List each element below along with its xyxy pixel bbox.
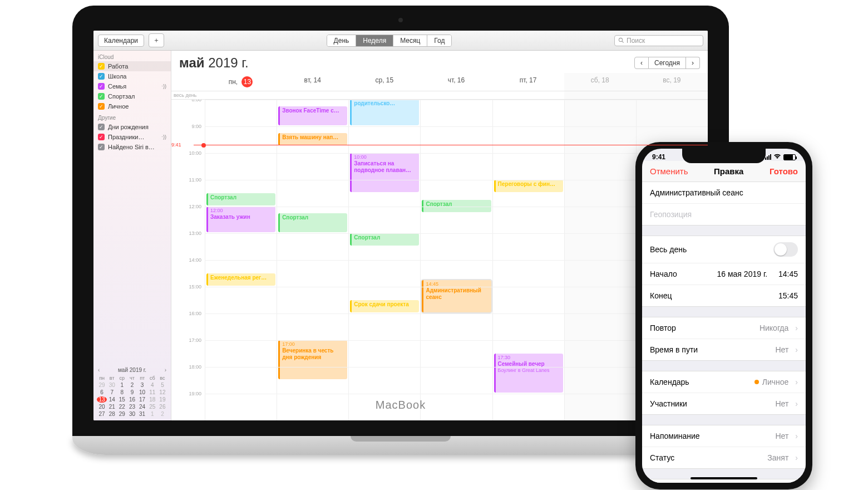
mini-day[interactable]: 13 <box>97 396 107 403</box>
mini-day[interactable]: 23 <box>127 404 137 410</box>
day-header[interactable]: чт, 16 <box>420 73 492 91</box>
mini-day[interactable]: 10 <box>137 389 147 395</box>
search-field[interactable]: Поиск <box>614 35 703 46</box>
repeat-row[interactable]: Повтор Никогда› <box>642 317 806 339</box>
calendar-event[interactable]: Срок сдачи проекта <box>350 300 419 312</box>
mini-day[interactable]: 8 <box>117 389 127 395</box>
view-tab-День[interactable]: День <box>327 35 357 46</box>
calendar-row[interactable]: Календарь Личное› <box>642 371 806 393</box>
calendar-list-item[interactable]: ✓Найдено Siri в… <box>93 142 171 152</box>
invitees-row[interactable]: Участники Нет› <box>642 393 806 414</box>
mini-day[interactable]: 25 <box>147 404 157 410</box>
mini-day[interactable]: 29 <box>117 411 127 417</box>
calendar-checkbox[interactable]: ✓ <box>98 103 105 110</box>
mini-day[interactable]: 1 <box>117 382 127 388</box>
calendar-event[interactable]: Спортзал <box>278 213 347 232</box>
url-field[interactable]: URL <box>642 479 806 483</box>
mini-day[interactable]: 20 <box>97 404 107 410</box>
mini-day[interactable]: 21 <box>107 404 117 410</box>
calendar-list-item[interactable]: ✓Праздники…⋅)) <box>93 132 171 142</box>
mini-day[interactable]: 4 <box>147 382 157 388</box>
calendar-checkbox[interactable]: ✓ <box>98 134 105 140</box>
day-header[interactable]: вс, 19 <box>636 73 708 91</box>
mini-day[interactable]: 3 <box>137 382 147 388</box>
calendar-list-item[interactable]: ✓Личное <box>93 101 171 111</box>
mini-calendar[interactable]: ‹ май 2019 г. › пнвтсрчтптсбвс2930123456… <box>93 364 171 420</box>
mini-day[interactable]: 9 <box>127 389 137 395</box>
mini-day[interactable]: 7 <box>107 389 117 395</box>
allday-row[interactable]: Весь день <box>642 236 806 263</box>
day-header[interactable]: вт, 14 <box>277 73 348 91</box>
day-header[interactable]: пт, 17 <box>492 73 564 91</box>
mini-day[interactable]: 12 <box>157 389 167 395</box>
start-row[interactable]: Начало 16 мая 2019 г. 14:45 <box>642 263 806 285</box>
end-row[interactable]: Конец 15:45 <box>642 285 806 306</box>
mini-day[interactable]: 30 <box>107 382 117 388</box>
alert-row[interactable]: Напоминание Нет› <box>642 425 806 447</box>
mini-day[interactable]: 31 <box>137 411 147 417</box>
calendar-event[interactable]: Звонок FaceTime с… <box>278 106 347 125</box>
mini-day[interactable]: 26 <box>157 404 167 410</box>
add-button[interactable]: ＋ <box>149 33 164 47</box>
mini-day[interactable]: 5 <box>157 382 167 388</box>
week-grid[interactable]: 8:009:0010:0011:0012:0013:0014:0015:0016… <box>171 100 708 420</box>
calendar-event[interactable]: Переговоры с фин… <box>494 180 563 192</box>
calendar-checkbox[interactable]: ✓ <box>98 63 105 70</box>
event-title-field[interactable]: Административный сеанс <box>642 182 806 204</box>
calendar-event[interactable]: 7:30Собрание родительско… <box>350 100 419 125</box>
mini-day[interactable]: 18 <box>147 396 157 403</box>
mini-day[interactable]: 17 <box>137 396 147 403</box>
prev-week-button[interactable]: ‹ <box>634 57 649 69</box>
day-header[interactable]: пн, 13 <box>205 73 277 91</box>
calendar-list-item[interactable]: ✓Школа <box>93 71 171 81</box>
calendar-event[interactable]: 17:30Семейный вечерБоулинг в Great Lanes <box>494 354 563 393</box>
location-field[interactable]: Геопозиция <box>642 204 806 225</box>
calendar-event[interactable]: 10:00Записаться на подводное плаван… <box>350 153 419 192</box>
showas-row[interactable]: Статус Занят› <box>642 447 806 468</box>
home-indicator[interactable] <box>691 477 757 479</box>
view-tab-Год[interactable]: Год <box>427 35 451 46</box>
mini-day[interactable]: 27 <box>97 411 107 417</box>
mini-day[interactable]: 28 <box>107 411 117 417</box>
calendar-event[interactable]: Взять машину нап… <box>278 133 347 145</box>
calendar-checkbox[interactable]: ✓ <box>98 83 105 90</box>
calendar-event[interactable]: Спортзал <box>422 200 491 212</box>
view-tab-Месяц[interactable]: Месяц <box>393 35 427 46</box>
calendar-event[interactable]: Спортзал <box>206 193 275 205</box>
calendar-event[interactable]: 12:00Заказать ужин <box>206 207 275 232</box>
cancel-button[interactable]: Отменить <box>650 166 688 176</box>
mini-day[interactable]: 16 <box>127 396 137 403</box>
travel-row[interactable]: Время в пути Нет› <box>642 339 806 360</box>
mini-prev-button[interactable]: ‹ <box>98 367 100 373</box>
calendar-list-item[interactable]: ✓Семья⋅)) <box>93 81 171 91</box>
mini-day[interactable]: 30 <box>127 411 137 417</box>
mini-day[interactable]: 22 <box>117 404 127 410</box>
calendar-event[interactable]: 17:00Вечеринка в честь дня рождения <box>278 340 347 379</box>
mini-day[interactable]: 2 <box>157 411 167 417</box>
calendar-checkbox[interactable]: ✓ <box>98 124 105 130</box>
mini-day[interactable]: 24 <box>137 404 147 410</box>
mini-day[interactable]: 2 <box>127 382 137 388</box>
view-tab-Неделя[interactable]: Неделя <box>356 35 393 46</box>
calendar-event[interactable]: Еженедельная рег… <box>206 273 275 286</box>
mini-day[interactable]: 11 <box>147 389 157 395</box>
calendar-checkbox[interactable]: ✓ <box>98 73 105 80</box>
next-week-button[interactable]: › <box>686 57 700 69</box>
mini-day[interactable]: 1 <box>147 411 157 417</box>
mini-next-button[interactable]: › <box>165 367 166 373</box>
calendar-list-item[interactable]: ✓Спортзал <box>93 91 171 101</box>
mini-day[interactable]: 15 <box>117 396 127 403</box>
mini-day[interactable]: 14 <box>107 396 117 403</box>
calendar-list-item[interactable]: ✓Дни рождения <box>93 122 171 132</box>
mini-day[interactable]: 19 <box>157 396 167 403</box>
mini-day[interactable]: 29 <box>97 382 107 388</box>
allday-toggle[interactable] <box>773 242 798 257</box>
calendar-event[interactable]: 14:45Административный сеанс <box>422 280 491 312</box>
calendar-list-item[interactable]: ✓Работа <box>93 61 171 71</box>
done-button[interactable]: Готово <box>770 166 798 176</box>
calendar-checkbox[interactable]: ✓ <box>98 93 105 100</box>
day-header[interactable]: ср, 15 <box>348 73 420 91</box>
calendar-event[interactable]: Спортзал <box>350 233 419 246</box>
calendars-button[interactable]: Календари <box>98 35 144 47</box>
today-button[interactable]: Сегодня <box>649 57 686 69</box>
